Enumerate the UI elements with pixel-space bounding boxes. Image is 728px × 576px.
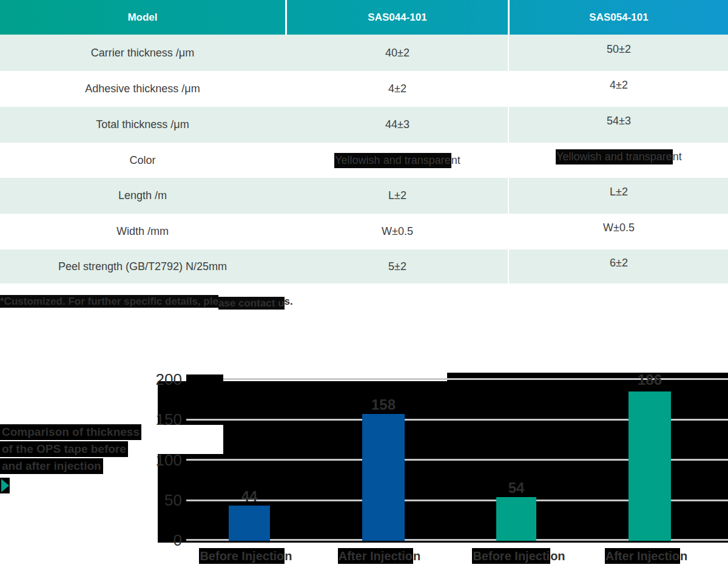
header-divider (285, 0, 287, 35)
body-column-divider (508, 35, 509, 283)
highlighted-text: ase contact u (218, 297, 285, 310)
bar-sas044-after (362, 414, 405, 541)
table-row: Carrier thickness /μm 40±2 50±2 (0, 35, 728, 71)
row-label: Peel strength (GB/T2792) N/25mm (0, 249, 285, 283)
y-tick-label: 200 (140, 371, 182, 388)
chart-title-line: and after injection (0, 458, 103, 474)
header-cell-sas054: SAS054-101 (510, 0, 728, 35)
bar-sas054-before (496, 497, 536, 541)
header-cell-sas044: SAS044-101 (287, 0, 508, 35)
table-row: Length /m L±2 L±2 (0, 178, 728, 214)
highlighted-text: After Injectio (338, 548, 413, 564)
x-tick-label: Before Injection (452, 548, 585, 564)
table-row: Peel strength (GB/T2792) N/25mm 5±2 6±2 (0, 249, 728, 283)
plot-area-right (447, 373, 728, 543)
cell-value: W±0.5 (287, 214, 508, 249)
bar-sas054-after (629, 391, 671, 541)
cell-value: 50±2 (510, 31, 728, 67)
value-label: 186 (625, 371, 675, 388)
triangle-bullet-icon (0, 478, 10, 493)
x-tick-label: Before Injection (179, 548, 312, 564)
x-tick-label: After Injection (579, 548, 713, 564)
cell-value: 54±3 (510, 103, 728, 139)
header-divider (508, 0, 510, 35)
header-cell-model: Model (0, 0, 285, 35)
cell-value: 4±2 (287, 71, 508, 107)
highlighted-text: Before Injectio (199, 548, 285, 564)
x-tick-label: After Injection (312, 548, 446, 564)
text-tail: nt (673, 151, 682, 163)
text-tail: n (680, 549, 687, 563)
y-tick-label: 150 (140, 411, 182, 428)
plot-white-notch (158, 425, 223, 454)
row-label: Width /mm (0, 214, 285, 249)
y-tick-label: 100 (140, 452, 182, 469)
footnote: *Customized. For further specific detail… (0, 294, 293, 310)
value-label: 44 (229, 488, 270, 505)
row-label: Length /m (0, 178, 285, 214)
cell-value: W±0.5 (510, 210, 728, 246)
row-label: Carrier thickness /μm (0, 35, 285, 71)
text-tail: s. (285, 296, 293, 307)
chart-title-line: Comparison of thickness (0, 424, 141, 440)
cell-value: 6±2 (510, 246, 728, 280)
highlighted-text: Yellowish and transpare (556, 149, 672, 164)
text-tail: n (413, 549, 420, 563)
cell-value: L±2 (287, 178, 508, 214)
chart-title: Comparison of thickness of the OPS tape … (0, 424, 141, 475)
highlighted-text: Before Injecti (472, 548, 550, 564)
highlighted-text: After Injectio (605, 548, 680, 564)
highlighted-text: Yellowish and transpare (334, 153, 451, 168)
row-label: Total thickness /μm (0, 107, 285, 143)
table-header-row: Model SAS044-101 SAS054-101 (0, 0, 728, 35)
play-triangle-icon (1, 479, 9, 492)
product-spec-page: Model SAS044-101 SAS054-101 Carrier thic… (0, 0, 728, 576)
value-label: 158 (358, 396, 409, 413)
table-row: Color Yellowish and transparent Yellowis… (0, 143, 728, 178)
table-row: Adhesive thickness /μm 4±2 4±2 (0, 71, 728, 107)
y-tick-label: 0 (140, 532, 182, 549)
tick-bar-200 (186, 374, 223, 381)
highlighted-text: *Customized. For further specific detail… (0, 295, 218, 308)
table-row: Width /mm W±0.5 W±0.5 (0, 214, 728, 249)
cell-value: 5±2 (287, 249, 508, 283)
table-row: Total thickness /μm 44±3 54±3 (0, 107, 728, 143)
text-tail: nt (451, 154, 460, 167)
cell-value: L±2 (510, 174, 728, 210)
text-tail: on (550, 549, 565, 563)
cell-value: Yellowish and transparent (287, 143, 508, 178)
chart-title-line: of the OPS tape before (0, 441, 128, 457)
row-label: Adhesive thickness /μm (0, 71, 285, 107)
bar-sas044-before (229, 506, 270, 541)
value-label: 54 (496, 479, 536, 496)
cell-value: 4±2 (510, 67, 728, 103)
y-tick-label: 50 (140, 492, 182, 509)
cell-value: Yellowish and transparent (510, 139, 728, 174)
text-tail: n (285, 549, 292, 563)
row-label: Color (0, 143, 285, 178)
cell-value: 40±2 (287, 35, 508, 71)
cell-value: 44±3 (287, 107, 508, 143)
